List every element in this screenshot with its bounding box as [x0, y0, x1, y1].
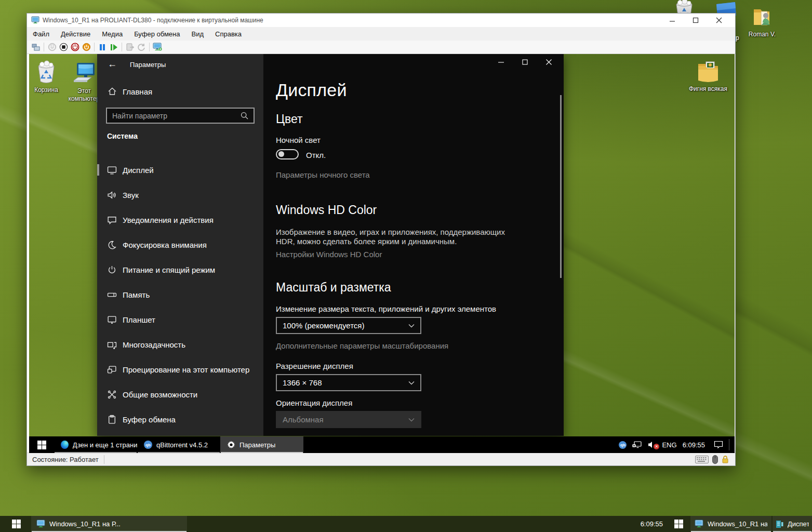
settings-scrollbar[interactable] [560, 95, 562, 278]
notifications-icon [107, 215, 117, 225]
shut-down-button[interactable] [69, 42, 81, 53]
nav-label: Проецирование на этот компьютер [123, 365, 249, 374]
host-taskbar-manager-button[interactable]: Диспетчер [773, 516, 812, 532]
taskbar-item-label: qBittorrent v4.5.2 [156, 441, 208, 449]
vm-stuff-folder[interactable]: Фигня всякая [688, 59, 728, 93]
sidebar-item-shared-experiences[interactable]: Общие возможности [97, 382, 263, 407]
settings-maximize-button[interactable] [513, 54, 537, 70]
sidebar-item-multitasking[interactable]: Многозадачность [97, 332, 263, 357]
nav-label: Общие возможности [123, 390, 197, 399]
power-icon [107, 264, 117, 275]
keyboard-icon [695, 456, 709, 463]
menu-help[interactable]: Справка [209, 28, 247, 40]
host-taskbar-vm-button-2[interactable]: Windows_10_R1 на Р... [690, 516, 771, 532]
sidebar-item-focus-assist[interactable]: Фокусировка внимания [97, 232, 263, 257]
focus-assist-icon [107, 240, 117, 250]
vm-recycle-bin[interactable]: Корзина [29, 60, 66, 94]
hdr-settings-link[interactable]: Настройки Windows HD Color [276, 250, 382, 259]
language-indicator[interactable]: ENG [662, 441, 676, 449]
night-light-settings-link[interactable]: Параметры ночного света [276, 170, 370, 179]
tray-divider [729, 439, 729, 450]
search-icon[interactable] [241, 112, 254, 119]
sidebar-item-power[interactable]: Питание и спящий режим [97, 257, 263, 282]
sidebar-section-heading: Система [107, 132, 138, 140]
back-arrow-icon[interactable]: ← [108, 59, 117, 70]
host-start-button[interactable] [4, 516, 28, 532]
edge-icon [61, 441, 69, 449]
sidebar-item-home[interactable]: Главная [108, 87, 152, 96]
settings-app-title: Параметры [130, 61, 166, 69]
windows-logo-icon [674, 520, 683, 528]
host-manager-button-label: Диспетчер [788, 520, 809, 528]
user-folder-icon [750, 4, 775, 29]
revert-button[interactable] [136, 42, 147, 53]
taskbar-item-edge[interactable]: Дзен и еще 1 страни... [54, 436, 137, 453]
settings-minimize-button[interactable] [489, 54, 513, 70]
host-clock[interactable]: 6:09:55 [619, 516, 663, 532]
nav-label: Память [123, 290, 150, 299]
settings-sidebar: ← Параметры Главная [97, 54, 263, 436]
menu-media[interactable]: Медиа [96, 28, 128, 40]
resolution-value: 1366 × 768 [283, 378, 322, 387]
enhanced-session-button[interactable] [152, 42, 163, 53]
minimize-button[interactable] [660, 14, 684, 26]
action-center-icon[interactable] [714, 441, 723, 449]
host-start-button-2[interactable] [667, 516, 690, 532]
taskbar-item-qbittorrent[interactable]: qb qBittorrent v4.5.2 [137, 436, 220, 453]
menu-view[interactable]: Вид [185, 28, 209, 40]
advanced-scaling-link[interactable]: Дополнительные параметры масштабирования [276, 341, 448, 350]
scale-heading: Масштаб и разметка [276, 281, 391, 295]
settings-search-box[interactable] [106, 108, 255, 124]
clipboard-icon [107, 414, 117, 424]
qbittorrent-tray-icon[interactable]: qb [619, 441, 627, 449]
turn-off-button[interactable] [58, 42, 69, 53]
vmconnect-toolbar [27, 41, 735, 54]
resolution-label: Разрешение дисплея [276, 362, 353, 370]
host-user-folder-icon[interactable]: Roman V. [742, 4, 782, 38]
hdr-heading: Windows HD Color [276, 203, 377, 217]
vm-monitor-icon [36, 520, 45, 528]
ctrl-alt-del-button[interactable] [30, 42, 42, 53]
host-desktop: p Roman V. Window [0, 0, 812, 532]
hdr-description-line2: HDR, можно сделать более ярким и динамич… [276, 237, 457, 246]
save-vm-button[interactable] [81, 42, 92, 53]
sidebar-item-tablet[interactable]: Планшет [97, 307, 263, 332]
taskbar-item-settings[interactable]: Параметры [220, 436, 303, 453]
settings-window: ← Параметры Главная [97, 54, 564, 436]
sidebar-item-display[interactable]: Дисплей [97, 157, 263, 182]
menu-action[interactable]: Действие [55, 28, 96, 40]
toolbar-separator [94, 43, 95, 51]
scale-dropdown[interactable]: 100% (рекомендуется) [276, 317, 421, 334]
volume-muted-icon[interactable]: ✕ [648, 441, 656, 448]
menu-clipboard[interactable]: Буфер обмена [128, 28, 185, 40]
sidebar-item-sound[interactable]: Звук [97, 182, 263, 207]
start-vm-button[interactable] [46, 42, 58, 53]
checkpoint-button[interactable] [124, 42, 136, 53]
vm-start-button[interactable] [29, 436, 54, 453]
settings-close-button[interactable] [537, 54, 561, 70]
vm-clock[interactable]: 6:09:55 [683, 441, 705, 449]
sidebar-item-notifications[interactable]: Уведомления и действия [97, 207, 263, 232]
maximize-button[interactable] [684, 14, 707, 26]
resolution-dropdown[interactable]: 1366 × 768 [276, 374, 421, 391]
settings-search-input[interactable] [107, 112, 241, 120]
host-taskbar-vm-button[interactable]: Windows_10_R1 на Р... [31, 516, 187, 532]
nav-label: Планшет [123, 315, 155, 324]
network-icon[interactable] [632, 441, 642, 449]
menu-file[interactable]: Файл [27, 28, 55, 40]
vmconnect-titlebar[interactable]: Windows_10_R1 на PROLIANT-DL380 - подклю… [27, 14, 735, 27]
vm-status-text: Состояние: Работает [27, 456, 104, 463]
nav-label: Питание и спящий режим [123, 265, 215, 274]
sidebar-item-storage[interactable]: Память [97, 282, 263, 307]
sidebar-item-clipboard[interactable]: Буфер обмена [97, 407, 263, 432]
close-button[interactable] [707, 14, 730, 26]
pause-button[interactable] [97, 42, 108, 53]
night-light-toggle[interactable] [276, 149, 299, 159]
host-taskbar: Windows_10_R1 на Р... 6:09:55 Windows_10… [0, 516, 812, 532]
taskbar-underline [221, 452, 303, 453]
sidebar-item-projecting[interactable]: Проецирование на этот компьютер [97, 357, 263, 382]
status-divider [104, 455, 104, 464]
hdr-description-line1: Изображение в видео, играх и приложениях… [276, 228, 505, 236]
resume-button[interactable] [108, 42, 119, 53]
color-heading: Цвет [276, 112, 303, 126]
